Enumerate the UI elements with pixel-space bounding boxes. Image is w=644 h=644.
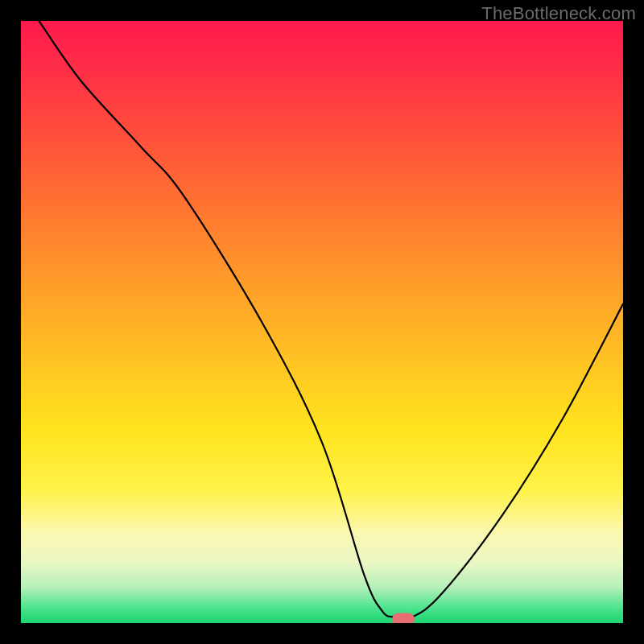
optimal-point-marker	[392, 613, 415, 623]
plot-area	[21, 21, 623, 623]
chart-frame: TheBottleneck.com	[0, 0, 644, 644]
curve-svg	[21, 21, 623, 623]
bottleneck-curve-line	[39, 21, 623, 619]
watermark-text: TheBottleneck.com	[481, 3, 636, 24]
